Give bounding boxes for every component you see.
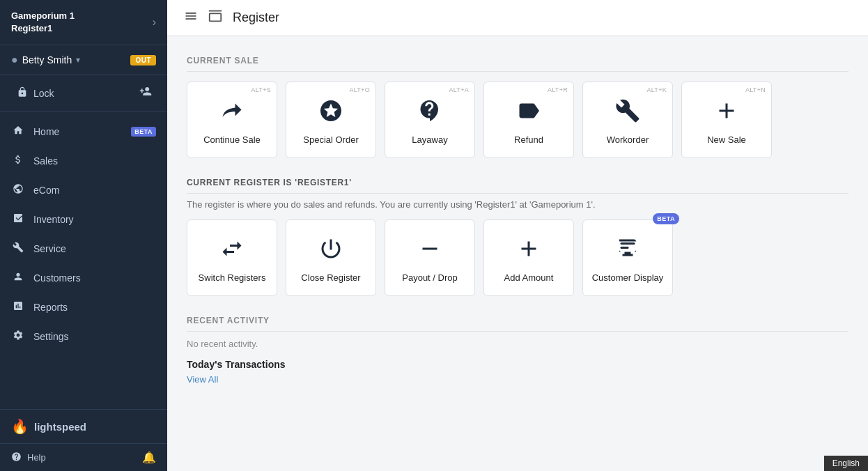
nav-settings-label: Settings	[33, 331, 156, 342]
continue-sale-icon	[219, 98, 245, 129]
recent-activity-section: RECENT ACTIVITY No recent activity. Toda…	[187, 316, 848, 385]
register-section-title: CURRENT REGISTER IS 'REGISTER1'	[187, 178, 848, 194]
workorder-shortcut: ALT+K	[646, 86, 667, 93]
sidebar-item-home[interactable]: Home BETA	[0, 117, 167, 146]
add-amount-card[interactable]: Add Amount	[483, 219, 574, 296]
sidebar-item-ecom[interactable]: eCom	[0, 176, 167, 205]
home-beta-badge: BETA	[131, 127, 156, 137]
username-label: Betty Smith	[22, 54, 72, 65]
sidebar-item-settings[interactable]: Settings	[0, 322, 167, 351]
service-icon	[11, 242, 25, 256]
menu-hamburger-icon[interactable]	[184, 9, 198, 26]
svg-rect-1	[621, 247, 629, 249]
sidebar: Gameporium 1 Register1 › ● Betty Smith ▾…	[0, 0, 167, 471]
help-label: Help	[27, 452, 46, 463]
lightspeed-flame-icon: 🔥	[11, 418, 29, 435]
special-order-icon	[318, 98, 343, 129]
register-icon	[208, 8, 223, 27]
sidebar-header[interactable]: Gameporium 1 Register1 ›	[0, 0, 167, 45]
sidebar-item-reports[interactable]: Reports	[0, 293, 167, 322]
customers-icon	[11, 271, 25, 285]
register-cards: Switch Registers Close Register Payout /…	[187, 219, 848, 296]
sidebar-footer: 🔥 lightspeed	[0, 409, 167, 443]
svg-rect-0	[621, 242, 635, 245]
customer-display-card[interactable]: BETA Customer Display	[582, 219, 673, 296]
inventory-icon	[11, 213, 25, 226]
new-sale-icon	[714, 98, 739, 129]
main-content: Register CURRENT SALE ALT+S Continue Sal…	[167, 0, 868, 471]
home-icon	[11, 125, 25, 139]
ecom-icon	[11, 183, 25, 197]
special-order-card[interactable]: ALT+O Special Order	[286, 82, 376, 158]
current-sale-header: CURRENT SALE	[187, 56, 848, 72]
payout-drop-label: Payout / Drop	[402, 272, 458, 283]
special-order-shortcut: ALT+O	[349, 86, 370, 93]
add-amount-icon	[516, 236, 541, 267]
current-sale-cards: ALT+S Continue Sale ALT+O Special Order …	[187, 82, 848, 158]
refund-shortcut: ALT+R	[548, 86, 568, 93]
switch-registers-icon	[219, 236, 245, 267]
register-section: CURRENT REGISTER IS 'REGISTER1' The regi…	[187, 178, 848, 296]
no-activity-text: No recent activity.	[187, 339, 848, 349]
reports-icon	[11, 300, 25, 314]
close-register-card[interactable]: Close Register	[286, 219, 376, 296]
nav-customers-label: Customers	[33, 272, 156, 284]
refund-card[interactable]: ALT+R Refund	[483, 82, 574, 158]
refund-label: Refund	[514, 134, 543, 145]
notification-icon[interactable]: 🔔	[142, 451, 156, 464]
add-amount-label: Add Amount	[504, 272, 554, 283]
user-icon: ●	[11, 54, 18, 66]
workorder-label: Workorder	[607, 134, 649, 145]
help-button[interactable]: Help	[11, 451, 46, 464]
sidebar-item-inventory[interactable]: Inventory	[0, 205, 167, 234]
lock-icon	[17, 86, 28, 100]
new-sale-shortcut: ALT+N	[745, 86, 766, 93]
register-section-description: The register is where you do sales and r…	[187, 199, 848, 210]
lock-label: Lock	[33, 88, 54, 99]
nav-sales-label: Sales	[33, 155, 156, 167]
topbar: Register	[167, 0, 868, 36]
nav-ecom-label: eCom	[33, 185, 156, 196]
sidebar-item-customers[interactable]: Customers	[0, 263, 167, 293]
continue-sale-card[interactable]: ALT+S Continue Sale	[187, 82, 277, 158]
language-button[interactable]: English	[824, 456, 868, 471]
new-sale-label: New Sale	[707, 134, 746, 145]
sidebar-bottom-bar: Help 🔔	[0, 443, 167, 471]
new-sale-card[interactable]: ALT+N New Sale	[681, 82, 772, 158]
nav-reports-label: Reports	[33, 302, 156, 313]
user-chevron-icon: ▾	[76, 55, 80, 65]
close-register-icon	[318, 236, 343, 267]
settings-icon	[11, 330, 25, 343]
sidebar-user-row[interactable]: ● Betty Smith ▾ OUT	[0, 45, 167, 75]
topbar-title: Register	[233, 10, 279, 25]
switch-registers-label: Switch Registers	[199, 272, 266, 283]
sidebar-nav: Home BETA Sales eCom Inventory Ser	[0, 111, 167, 409]
user-status-badge: OUT	[130, 55, 156, 65]
nav-inventory-label: Inventory	[33, 214, 156, 225]
special-order-label: Special Order	[303, 134, 358, 145]
switch-registers-card[interactable]: Switch Registers	[187, 219, 277, 296]
sidebar-header-title: Gameporium 1 Register1	[11, 10, 75, 35]
content-area: CURRENT SALE ALT+S Continue Sale ALT+O S…	[167, 36, 868, 471]
sidebar-expand-icon[interactable]: ›	[153, 16, 156, 29]
add-user-button[interactable]	[135, 81, 156, 105]
view-all-link[interactable]: View All	[187, 374, 218, 385]
sidebar-item-service[interactable]: Service	[0, 234, 167, 263]
help-icon	[11, 451, 22, 464]
nav-home-label: Home	[33, 126, 123, 137]
nav-service-label: Service	[33, 243, 156, 254]
layaway-label: Layaway	[412, 134, 447, 145]
sidebar-item-sales[interactable]: Sales	[0, 146, 167, 176]
payout-drop-icon	[417, 236, 442, 267]
customer-display-icon	[615, 236, 640, 267]
layaway-card[interactable]: ALT+A Layaway	[385, 82, 475, 158]
todays-transactions-label: Today's Transactions	[187, 359, 848, 370]
payout-drop-card[interactable]: Payout / Drop	[385, 219, 475, 296]
lock-button[interactable]: Lock	[11, 82, 60, 104]
continue-sale-label: Continue Sale	[203, 134, 261, 145]
layaway-shortcut: ALT+A	[449, 86, 469, 93]
close-register-label: Close Register	[301, 272, 360, 283]
customer-display-beta-badge: BETA	[653, 213, 679, 224]
recent-activity-header: RECENT ACTIVITY	[187, 316, 848, 332]
workorder-card[interactable]: ALT+K Workorder	[582, 82, 673, 158]
